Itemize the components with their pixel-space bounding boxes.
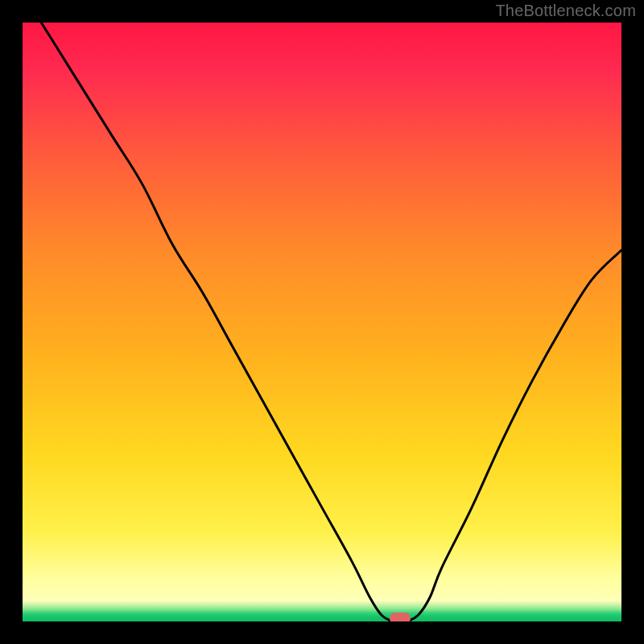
bottleneck-curve-path: [23, 23, 621, 621]
optimal-marker: [390, 613, 411, 621]
chart-frame: TheBottleneck.com: [0, 0, 644, 644]
plot-area: [23, 23, 621, 621]
curve-svg: [23, 23, 621, 621]
watermark-text: TheBottleneck.com: [495, 2, 636, 20]
